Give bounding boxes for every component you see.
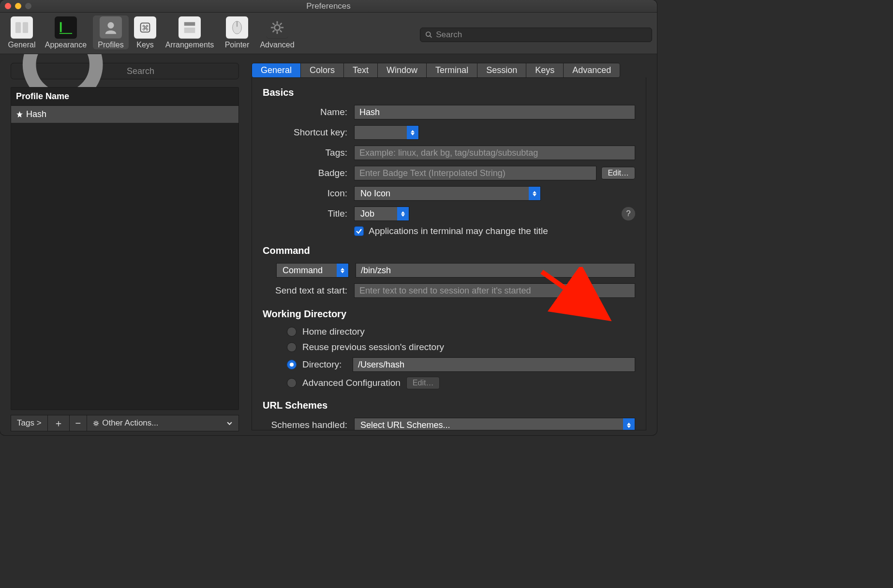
titlebar: Preferences	[0, 0, 657, 13]
tool-label: Arrangements	[165, 41, 214, 49]
tab-advanced[interactable]: Advanced	[564, 63, 620, 77]
tab-colors[interactable]: Colors	[301, 63, 344, 77]
panel: General Colors Text Window Terminal Sess…	[247, 54, 657, 435]
tab-terminal[interactable]: Terminal	[427, 63, 477, 77]
tabs: General Colors Text Window Terminal Sess…	[252, 63, 620, 78]
wd-advanced-radio[interactable]	[287, 378, 297, 388]
profile-header[interactable]: Profile Name	[11, 88, 238, 106]
apps-change-label: Applications in terminal may change the …	[369, 226, 548, 236]
advanced-icon	[266, 16, 288, 39]
wd-directory-radio[interactable]	[287, 360, 297, 369]
wd-home-radio[interactable]	[287, 327, 297, 337]
shortcut-label: Shortcut key:	[263, 127, 347, 138]
icon-select[interactable]: No Icon	[354, 186, 541, 201]
title-value: Job	[355, 209, 380, 219]
tool-label: Advanced	[260, 41, 294, 49]
basics-heading: Basics	[263, 87, 635, 98]
svg-line-21	[430, 36, 432, 38]
wd-heading: Working Directory	[263, 309, 635, 320]
profile-search-input[interactable]	[127, 66, 234, 76]
tool-label: General	[8, 41, 36, 49]
tab-window[interactable]: Window	[378, 63, 427, 77]
svg-point-20	[426, 32, 431, 36]
stepper-arrows-icon	[407, 126, 418, 139]
shortcut-select[interactable]	[354, 125, 419, 140]
badge-input[interactable]	[354, 166, 596, 180]
remove-profile-button[interactable]: −	[70, 415, 88, 431]
wd-edit-button[interactable]: Edit…	[406, 377, 440, 389]
tool-advanced[interactable]: Advanced	[256, 15, 298, 49]
send-text-input[interactable]	[354, 283, 635, 298]
icon-label: Icon:	[263, 188, 347, 199]
window-title: Preferences	[0, 1, 657, 11]
tool-profiles[interactable]: Profiles	[93, 15, 129, 49]
traffic-lights	[5, 3, 31, 9]
wd-directory-input[interactable]	[353, 357, 635, 372]
sidebar: Profile Name Hash Tags > ＋ − Other Actio…	[0, 54, 247, 435]
apps-change-checkbox[interactable]	[354, 226, 364, 236]
title-select[interactable]: Job	[354, 206, 409, 221]
toolbar: General Appearance Profiles ⌘ Keys Arran…	[0, 13, 657, 54]
svg-line-32	[94, 424, 95, 425]
minimize-window-button[interactable]	[15, 3, 21, 9]
tab-general[interactable]: General	[252, 63, 301, 77]
title-label: Title:	[263, 208, 347, 219]
profile-row[interactable]: Hash	[11, 106, 238, 123]
command-mode-value: Command	[277, 265, 328, 276]
tool-keys[interactable]: ⌘ Keys	[132, 15, 159, 49]
pointer-icon	[226, 16, 248, 39]
chevron-down-icon	[226, 420, 233, 426]
arrangements-icon	[179, 16, 201, 39]
tool-label: Pointer	[225, 41, 250, 49]
send-text-label: Send text at start:	[263, 285, 347, 296]
svg-line-16	[273, 23, 275, 25]
url-heading: URL Schemes	[263, 400, 635, 411]
command-mode-select[interactable]: Command	[276, 263, 349, 278]
badge-edit-button[interactable]: Edit…	[601, 167, 635, 179]
star-icon	[16, 111, 23, 118]
tags-input[interactable]	[354, 146, 635, 160]
close-window-button[interactable]	[5, 3, 11, 9]
toolbar-search-input[interactable]	[436, 30, 647, 40]
svg-line-30	[94, 421, 95, 422]
toolbar-search[interactable]	[420, 28, 652, 42]
wd-home-label: Home directory	[302, 326, 365, 337]
profile-name: Hash	[26, 109, 46, 119]
command-heading: Command	[263, 245, 635, 256]
zoom-window-button[interactable]	[25, 3, 31, 9]
tab-text[interactable]: Text	[344, 63, 378, 77]
svg-line-19	[280, 23, 282, 25]
tab-session[interactable]: Session	[477, 63, 526, 77]
svg-line-31	[97, 424, 98, 425]
add-profile-button[interactable]: ＋	[48, 415, 70, 431]
svg-rect-8	[184, 28, 195, 33]
tool-label: Appearance	[45, 41, 87, 49]
tool-label: Keys	[136, 41, 154, 49]
stepper-arrows-icon	[529, 187, 540, 200]
tool-arrangements[interactable]: Arrangements	[162, 15, 218, 49]
svg-line-17	[280, 30, 282, 32]
url-scheme-select[interactable]: Select URL Schemes...	[354, 418, 635, 430]
name-input[interactable]	[354, 105, 635, 119]
keys-icon: ⌘	[134, 16, 156, 39]
help-button[interactable]: ?	[622, 207, 635, 220]
tool-general[interactable]: General	[5, 15, 39, 49]
command-input[interactable]	[356, 263, 635, 278]
tool-label: Profiles	[98, 41, 123, 49]
general-icon	[11, 16, 33, 39]
tab-keys[interactable]: Keys	[526, 63, 564, 77]
wd-advanced-label: Advanced Configuration	[302, 378, 401, 388]
profile-search[interactable]	[11, 63, 239, 79]
tool-appearance[interactable]: Appearance	[42, 15, 90, 49]
tags-button[interactable]: Tags >	[11, 415, 48, 431]
wd-reuse-radio[interactable]	[287, 342, 297, 352]
svg-line-18	[273, 30, 275, 32]
stepper-arrows-icon	[623, 418, 635, 430]
name-label: Name:	[263, 107, 347, 118]
other-actions-button[interactable]: Other Actions...	[87, 415, 238, 431]
tool-pointer[interactable]: Pointer	[221, 15, 253, 49]
svg-rect-3	[60, 22, 62, 32]
stepper-arrows-icon	[397, 207, 409, 220]
badge-label: Badge:	[263, 168, 347, 178]
svg-rect-7	[184, 22, 195, 26]
